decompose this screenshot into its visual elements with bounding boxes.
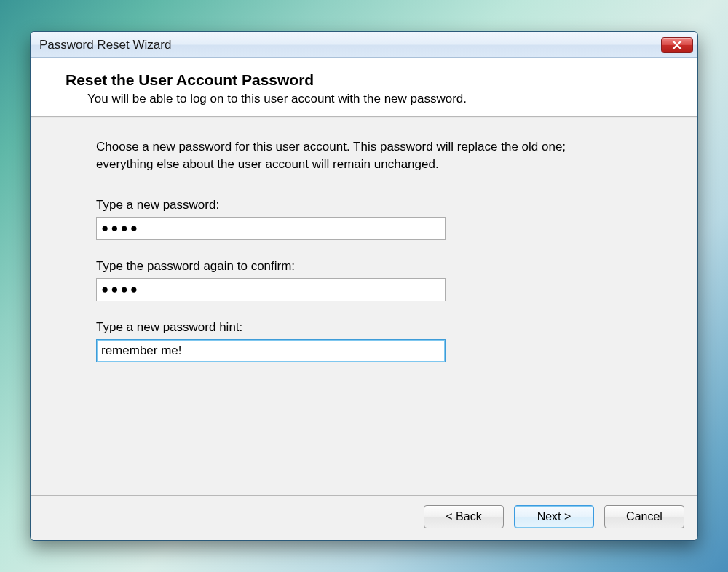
back-button[interactable]: < Back	[424, 505, 504, 528]
page-heading: Reset the User Account Password	[66, 71, 681, 89]
close-button[interactable]	[661, 37, 693, 53]
new-password-field: Type a new password:	[96, 198, 446, 240]
password-hint-field: Type a new password hint:	[96, 320, 446, 362]
new-password-label: Type a new password:	[96, 198, 446, 212]
password-hint-input[interactable]	[96, 339, 446, 362]
titlebar: Password Reset Wizard	[31, 32, 697, 58]
close-icon	[672, 41, 682, 49]
window-title: Password Reset Wizard	[39, 38, 171, 52]
confirm-password-input[interactable]	[96, 278, 446, 301]
wizard-content: Choose a new password for this user acco…	[31, 117, 697, 495]
wizard-header: Reset the User Account Password You will…	[31, 58, 697, 116]
confirm-password-field: Type the password again to confirm:	[96, 259, 446, 301]
new-password-input[interactable]	[96, 217, 446, 240]
confirm-password-label: Type the password again to confirm:	[96, 259, 446, 274]
cancel-button[interactable]: Cancel	[604, 505, 684, 528]
page-subtitle: You will be able to log on to this user …	[87, 92, 681, 106]
password-hint-label: Type a new password hint:	[96, 320, 446, 335]
instructions-text: Choose a new password for this user acco…	[96, 138, 606, 173]
wizard-footer: < Back Next > Cancel	[31, 496, 697, 540]
wizard-window: Password Reset Wizard Reset the User Acc…	[30, 31, 698, 541]
next-button[interactable]: Next >	[514, 505, 594, 528]
